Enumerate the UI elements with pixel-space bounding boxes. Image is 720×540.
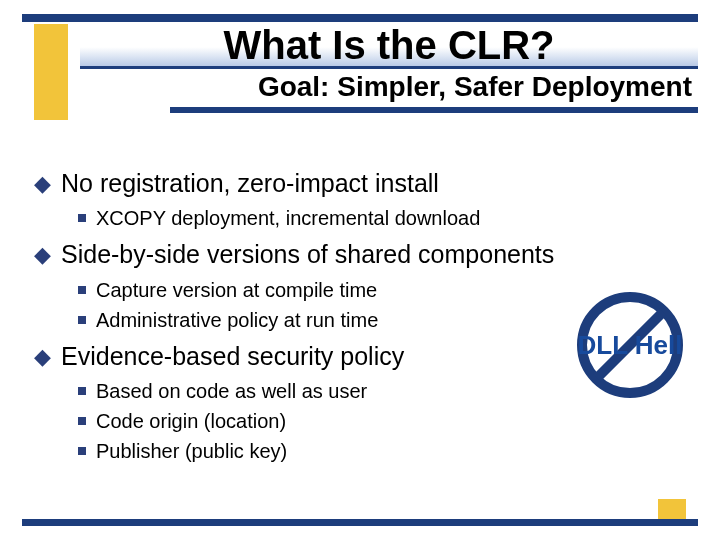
title-area: What Is the CLR? Goal: Simpler, Safer De… <box>80 24 698 113</box>
diamond-bullet-icon: ◆ <box>34 170 51 198</box>
bullet-1: ◆ No registration, zero-impact install <box>34 168 690 199</box>
bullet-3-sub-3-text: Publisher (public key) <box>96 438 287 464</box>
square-bullet-icon <box>78 214 86 222</box>
bullet-1-text: No registration, zero-impact install <box>61 168 439 199</box>
top-rule <box>22 14 698 22</box>
diamond-bullet-icon: ◆ <box>34 241 51 269</box>
bullet-3-sub-2: Code origin (location) <box>78 408 690 434</box>
bottom-accent-block <box>658 499 686 519</box>
subtitle-rule <box>170 107 698 113</box>
bullet-2-text: Side-by-side versions of shared componen… <box>61 239 554 270</box>
slide-subtitle: Goal: Simpler, Safer Deployment <box>80 69 698 107</box>
bullet-3-sub-2-text: Code origin (location) <box>96 408 286 434</box>
accent-block <box>34 24 68 120</box>
dll-hell-text: DLL Hell <box>560 330 700 361</box>
bullet-2-sub-1-text: Capture version at compile time <box>96 277 377 303</box>
square-bullet-icon <box>78 316 86 324</box>
bullet-2: ◆ Side-by-side versions of shared compon… <box>34 239 690 270</box>
bullet-3-sub-3: Publisher (public key) <box>78 438 690 464</box>
dll-hell-callout: DLL Hell <box>560 290 700 400</box>
bottom-rule <box>22 519 698 526</box>
diamond-bullet-icon: ◆ <box>34 343 51 371</box>
bullet-1-sub-1: XCOPY deployment, incremental download <box>78 205 690 231</box>
bullet-3-sub-1-text: Based on code as well as user <box>96 378 367 404</box>
square-bullet-icon <box>78 387 86 395</box>
square-bullet-icon <box>78 417 86 425</box>
bullet-3-text: Evidence-based security policy <box>61 341 404 372</box>
bullet-2-sub-2-text: Administrative policy at run time <box>96 307 378 333</box>
bullet-1-sub-1-text: XCOPY deployment, incremental download <box>96 205 480 231</box>
square-bullet-icon <box>78 447 86 455</box>
slide-title: What Is the CLR? <box>80 24 698 69</box>
square-bullet-icon <box>78 286 86 294</box>
